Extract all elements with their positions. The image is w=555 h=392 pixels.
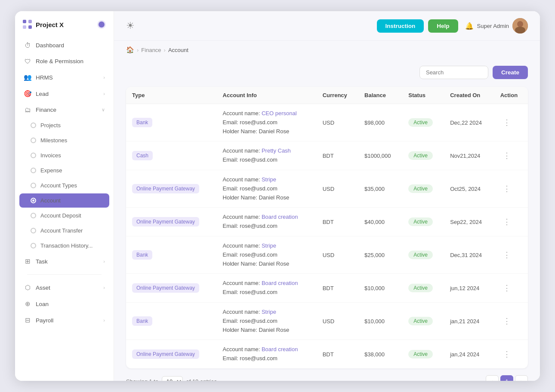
action-menu-button[interactable]: ⋮ [500,283,514,293]
account-name-link[interactable]: Pretty Cash [262,147,291,154]
topbar: ☀ Instruction Help 🔔 Super Admin [114,11,540,41]
cell-balance: $1000,000 [358,141,402,170]
page-1-button[interactable]: 1 [500,375,513,381]
cell-account-info: Account name: StripeEmail: rose@usd.comH… [217,236,317,273]
sidebar-item-label: Account [40,197,61,204]
sidebar-item-payroll[interactable]: ⊟ Payroll › [19,312,109,328]
sidebar-item-loan[interactable]: ⊕ Loan [19,296,109,312]
notification-icon[interactable]: 🔔 [465,22,474,30]
next-page-button[interactable]: › [515,375,528,381]
chevron-right-icon: › [103,259,105,264]
type-badge: Bank [132,250,152,260]
status-badge: Active [408,217,433,226]
cell-balance: $35,000 [358,170,402,207]
sidebar-item-dashboard[interactable]: ⏱ Dashboard [19,38,109,53]
breadcrumb-account: Account [168,47,188,53]
cell-status: Active [402,208,444,236]
prev-page-button[interactable]: ‹ [486,375,499,381]
cell-status: Active [402,302,444,340]
action-menu-button[interactable]: ⋮ [500,250,514,260]
logo-left: Project X [23,20,64,29]
loan-icon: ⊕ [24,300,31,308]
sidebar-item-label: Role & Permission [36,58,83,64]
cell-type: Bank [126,302,217,340]
help-button[interactable]: Help [428,19,458,33]
email-label: Email: rose@usd.com [223,223,278,229]
action-menu-button[interactable]: ⋮ [500,349,514,359]
account-info-label: Account name: [223,147,262,154]
sidebar-item-hrms[interactable]: 👥 HRMS › [19,70,109,85]
cell-created-on: Dec,31 2024 [444,236,494,273]
sidebar-item-label: Account Transfer [40,227,83,234]
account-name-link[interactable]: Stripe [262,176,276,183]
breadcrumb-finance[interactable]: Finance [141,47,161,53]
app-container: Project X ⏱ Dashboard 🛡 Role & Permissio… [15,11,540,381]
sidebar-item-asset[interactable]: ⬡ Asset › [19,280,109,295]
sidebar-item-label: Task [36,258,48,265]
account-name-link[interactable]: Board creation [262,280,298,286]
sidebar-item-transaction-history[interactable]: Transaction History... [19,239,109,253]
col-type: Type [126,87,217,104]
of-text: of 10 entries [186,378,217,381]
sidebar-item-label: Payroll [36,317,53,324]
account-name-link[interactable]: Board creation [262,346,298,352]
type-badge: Online Payment Gateway [132,349,199,359]
sidebar-item-projects[interactable]: Projects [19,118,109,132]
account-name-link[interactable]: Board creation [262,214,298,220]
sidebar-item-label: Milestones [40,137,67,144]
action-menu-button[interactable]: ⋮ [500,150,514,161]
home-icon[interactable]: 🏠 [126,46,134,54]
breadcrumb: 🏠 › Finance › Account [114,41,540,59]
sidebar-item-task[interactable]: ⊞ Task › [19,254,109,269]
sidebar-item-account-transfer[interactable]: Account Transfer [19,224,109,238]
sidebar-item-account[interactable]: Account [19,193,109,208]
cell-type: Online Payment Gateway [126,170,217,207]
cell-action: ⋮ [494,274,528,303]
cell-created-on: Oct25, 2024 [444,170,494,207]
sidebar-item-label: Lead [36,91,49,97]
sidebar-item-label: Account Types [40,182,77,189]
instruction-button[interactable]: Instruction [377,19,424,33]
sidebar-item-invoices[interactable]: Invoices [19,148,109,162]
cell-action: ⋮ [494,236,528,273]
cell-created-on: jun,12 2024 [444,274,494,303]
action-menu-button[interactable]: ⋮ [500,184,514,194]
action-menu-button[interactable]: ⋮ [500,316,514,326]
sidebar-item-milestones[interactable]: Milestones [19,133,109,147]
account-name-link[interactable]: Stripe [262,309,276,315]
status-badge: Active [408,284,433,292]
asset-icon: ⬡ [24,284,31,291]
cell-currency: USD [317,104,358,141]
search-input[interactable] [419,66,488,79]
cell-type: Cash [126,141,217,170]
type-badge: Bank [132,118,152,127]
radio-icon [31,153,36,158]
per-page-select[interactable]: 10 25 50 [162,376,183,381]
cell-action: ⋮ [494,208,528,236]
sidebar-item-role-permission[interactable]: 🛡 Role & Permission [19,54,109,69]
sidebar-item-finance[interactable]: 🗂 Finance ∨ [19,102,109,117]
table-header: Type Account Info Currency Balance Statu… [126,87,528,104]
status-badge: Active [408,151,433,160]
radio-icon [31,213,36,218]
cell-status: Active [402,170,444,207]
type-badge: Online Payment Gateway [132,217,199,227]
cell-account-info: Account name: StripeEmail: rose@usd.comH… [217,302,317,340]
users-icon: 👥 [24,74,31,81]
topbar-left: ☀ [126,20,135,31]
account-name-link[interactable]: CEO personal [262,110,297,116]
status-badge: Active [408,350,433,358]
sidebar-item-account-deposit[interactable]: Account Deposit [19,208,109,223]
sidebar-item-label: Asset [36,285,50,291]
action-menu-button[interactable]: ⋮ [500,217,514,227]
sidebar-item-expense[interactable]: Expense [19,163,109,178]
sidebar-item-lead[interactable]: 🎯 Lead › [19,86,109,101]
create-button[interactable]: Create [493,66,528,79]
email-label: Email: rose@usd.com [223,185,278,192]
sidebar-item-account-types[interactable]: Account Types [19,178,109,193]
col-created-on: Created On [444,87,494,104]
account-name-link[interactable]: Stripe [262,242,276,249]
action-menu-button[interactable]: ⋮ [500,117,514,128]
svg-point-1 [517,21,523,27]
cell-status: Active [402,274,444,303]
